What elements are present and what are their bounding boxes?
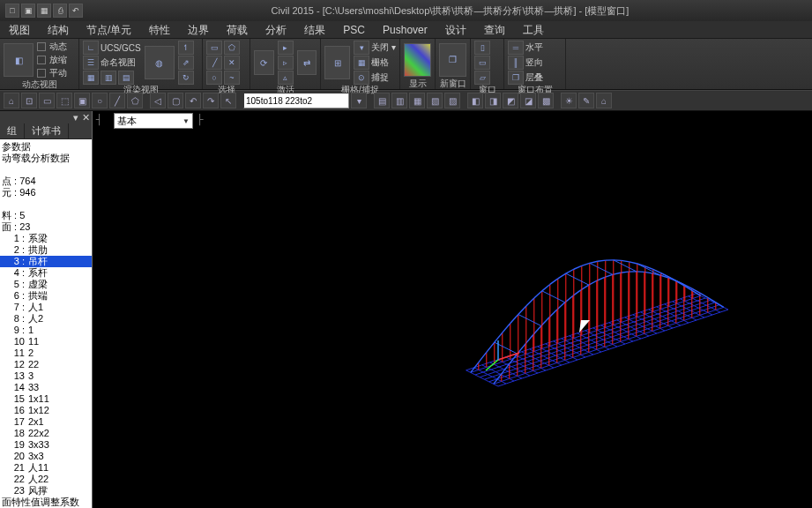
tree-node[interactable]: 1433 — [0, 382, 92, 393]
tree-node[interactable]: 2 :拱肋 — [0, 244, 92, 256]
win-3-icon[interactable]: ▱ — [474, 71, 490, 85]
sel-line-icon[interactable]: ╱ — [206, 56, 222, 70]
tree-node[interactable]: 172x1 — [0, 416, 92, 428]
layout-c-icon[interactable]: ❐ — [508, 71, 524, 85]
menu-tools[interactable]: 工具 — [514, 21, 553, 38]
tree-node[interactable]: 112 — [0, 347, 92, 359]
sel-circ-icon[interactable]: ○ — [206, 71, 222, 85]
sel-box-icon[interactable]: ▭ — [206, 41, 222, 55]
panel-close-icon[interactable]: ✕ — [82, 112, 90, 123]
sel-free-icon[interactable]: ~ — [224, 71, 240, 85]
all-button[interactable]: ⊞ — [324, 46, 350, 79]
act-1-icon[interactable]: ▸ — [278, 41, 294, 55]
menu-load[interactable]: 荷载 — [218, 21, 257, 38]
qat-print-icon[interactable]: ⎙ — [53, 4, 67, 18]
tb-k-icon[interactable]: ☀ — [561, 93, 577, 108]
tree-node[interactable]: 面特性值调整系数 — [0, 497, 92, 508]
render-fill-icon[interactable]: ▦ — [83, 71, 99, 85]
tb-sel2-icon[interactable]: ⬚ — [56, 93, 72, 108]
tree-node[interactable]: 203x3 — [0, 451, 92, 462]
qat-open-icon[interactable]: ▣ — [21, 4, 35, 18]
tab-report[interactable]: 计算书 — [25, 123, 69, 138]
tree-node[interactable] — [0, 164, 92, 176]
new-window-button[interactable]: ❐ — [439, 43, 466, 77]
dynamic-view-button[interactable]: ◧ — [4, 43, 34, 77]
sel-cross-icon[interactable]: ✕ — [224, 56, 240, 70]
render-wire-icon[interactable]: ▥ — [101, 71, 116, 85]
tree-node[interactable]: 9 :1 — [0, 325, 92, 336]
tree-node[interactable]: 1822x2 — [0, 428, 92, 439]
tree-node[interactable]: 面 : 23 — [0, 221, 92, 233]
tb-d-icon[interactable]: ▧ — [427, 93, 443, 108]
view-combo[interactable]: 基本▼ — [114, 113, 193, 129]
close-btn[interactable]: ▾ — [354, 41, 369, 55]
tree-node[interactable]: 4 :系杆 — [0, 267, 92, 279]
menu-pushover[interactable]: Pushover — [374, 21, 436, 38]
tree-node[interactable]: 23风撑 — [0, 485, 92, 497]
qat-new-icon[interactable]: □ — [5, 4, 19, 18]
tab-group[interactable]: 组 — [0, 123, 25, 138]
tree-node[interactable]: 1222 — [0, 359, 92, 370]
tb-redo-icon[interactable]: ↷ — [203, 93, 219, 108]
tree-node[interactable]: 6 :拱端 — [0, 290, 92, 302]
tb-b-icon[interactable]: ▥ — [391, 93, 407, 108]
tree-node[interactable]: 8 :人2 — [0, 313, 92, 325]
tree-node[interactable]: 22人22 — [0, 474, 92, 485]
tb-sel3-icon[interactable]: ▣ — [74, 93, 90, 108]
tree-node[interactable]: 161x12 — [0, 405, 92, 416]
selection-input[interactable] — [243, 93, 349, 108]
tb-l-icon[interactable]: ✎ — [578, 93, 594, 108]
tree-node[interactable]: 参数据 — [0, 141, 92, 153]
tree-view[interactable]: 参数据动弯载分析数据 点 : 764元 : 946 料 : 5面 : 231 :… — [0, 139, 92, 508]
tb-home-icon[interactable]: ⌂ — [4, 93, 19, 108]
tree-node[interactable]: 1 :系梁 — [0, 233, 92, 244]
tb-circ-icon[interactable]: ○ — [92, 93, 108, 108]
tb-pointer-icon[interactable]: ↖ — [220, 93, 236, 108]
sel-poly-icon[interactable]: ⬠ — [224, 41, 240, 55]
tb-poly-icon[interactable]: ⬠ — [127, 93, 143, 108]
ucs-icon[interactable]: ∟ — [83, 41, 99, 55]
tb-zoom-icon[interactable]: ⊡ — [21, 93, 37, 108]
tree-node[interactable]: 5 :虚梁 — [0, 279, 92, 290]
tree-node[interactable]: 3 :吊杆 — [0, 256, 92, 267]
menu-design[interactable]: 设计 — [436, 21, 475, 38]
tb-sel1-icon[interactable]: ▭ — [39, 93, 55, 108]
layout-h-icon[interactable]: ═ — [508, 41, 524, 55]
menu-analysis[interactable]: 分析 — [257, 21, 295, 38]
menu-property[interactable]: 特性 — [140, 21, 179, 38]
tree-node[interactable] — [0, 198, 92, 210]
transform-button[interactable]: ⇄ — [297, 50, 317, 75]
display-button[interactable] — [404, 43, 431, 77]
tb-i-icon[interactable]: ◪ — [520, 93, 536, 108]
grid-icon[interactable]: ▦ — [354, 56, 369, 70]
tree-node[interactable]: 7 :人1 — [0, 302, 92, 313]
rotate-button[interactable]: ⟳ — [254, 50, 274, 75]
tb-line-icon[interactable]: ╱ — [109, 93, 125, 108]
act-3-icon[interactable]: ▵ — [278, 71, 294, 85]
render-shade-icon[interactable]: ▤ — [118, 71, 134, 85]
tree-node[interactable]: 点 : 764 — [0, 176, 92, 187]
win-1-icon[interactable]: ▯ — [474, 41, 490, 55]
menu-result[interactable]: 结果 — [295, 21, 334, 38]
win-2-icon[interactable]: ▭ — [474, 56, 490, 70]
tree-node[interactable]: 193x33 — [0, 439, 92, 451]
menu-boundary[interactable]: 边界 — [179, 21, 218, 38]
arrow-up-icon[interactable]: ↿ — [178, 41, 194, 55]
menu-psc[interactable]: PSC — [334, 21, 374, 38]
tb-undo-icon[interactable]: ↶ — [185, 93, 201, 108]
tb-g-icon[interactable]: ◨ — [485, 93, 501, 108]
qat-save-icon[interactable]: ▦ — [37, 4, 51, 18]
layout-v-icon[interactable]: ║ — [508, 56, 524, 70]
tree-node[interactable]: 料 : 5 — [0, 210, 92, 221]
tree-node[interactable]: 1011 — [0, 336, 92, 347]
tree-node[interactable]: 21人11 — [0, 462, 92, 474]
panel-min-icon[interactable]: ▾ — [73, 112, 78, 123]
arrow-diag-icon[interactable]: ⇗ — [178, 56, 194, 70]
named-view-icon[interactable]: ☰ — [83, 56, 99, 70]
tb-sel4-icon[interactable]: ▢ — [168, 93, 183, 108]
vp-handle-right-icon[interactable]: ├ — [197, 114, 211, 128]
rotate-check[interactable]: 平动 — [49, 67, 67, 79]
tb-e-icon[interactable]: ▨ — [444, 93, 460, 108]
render-button[interactable]: ◍ — [145, 46, 175, 79]
qat-undo-icon[interactable]: ↶ — [69, 4, 83, 18]
